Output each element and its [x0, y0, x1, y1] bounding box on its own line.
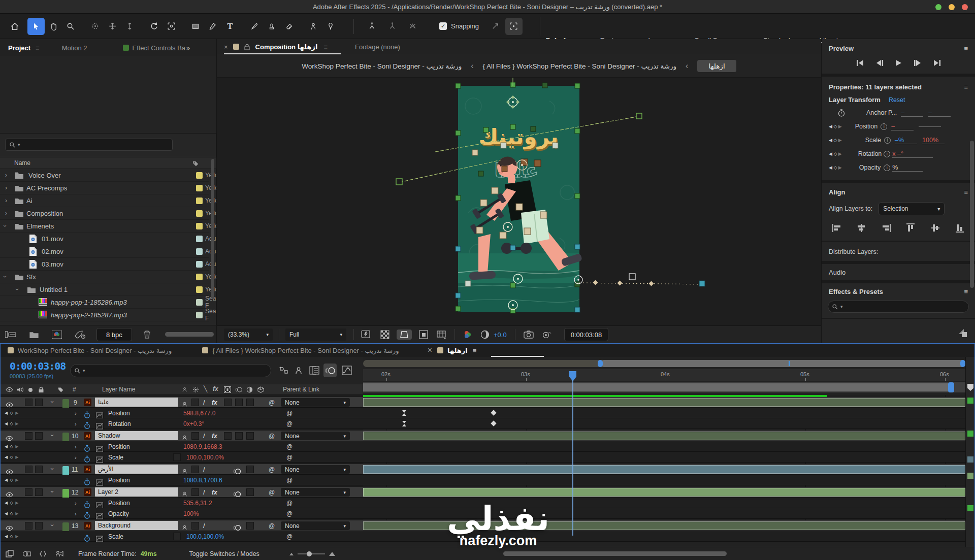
pan-camera-tool[interactable]: [104, 18, 121, 35]
align-center-horizontal-button[interactable]: [854, 222, 868, 234]
layer-duration-bar[interactable]: [363, 488, 965, 497]
breadcrumb-root[interactable]: WorkShop Perfect Bite - Soni Designer - …: [302, 62, 462, 70]
next-frame-button[interactable]: [914, 59, 922, 67]
prop-value[interactable]: –: [891, 123, 914, 130]
prop-expander[interactable]: ›: [75, 418, 77, 429]
search-caret-icon[interactable]: ▾: [83, 368, 85, 373]
parent-pickwhip-icon[interactable]: @: [269, 431, 275, 441]
solo-toggle[interactable]: [25, 522, 32, 530]
prop-value[interactable]: 1080.8,1700.6: [183, 475, 222, 485]
project-scrollbar[interactable]: [211, 159, 214, 299]
exposure-icon[interactable]: [480, 330, 490, 339]
snap-cursor-icon[interactable]: [487, 18, 504, 35]
prop-expander[interactable]: ›: [75, 441, 77, 452]
local-axis-mode[interactable]: [363, 18, 380, 35]
traffic-light-yellow[interactable]: [949, 4, 955, 10]
graph-icon[interactable]: [96, 454, 103, 465]
prop-value[interactable]: –: [901, 109, 923, 117]
layer-row[interactable]: › 13 Ai Background / @ None▾: [1, 520, 974, 531]
pickwhip-icon[interactable]: @: [286, 452, 292, 463]
collapse-switch[interactable]: [191, 399, 199, 406]
layer-name[interactable]: Shadow: [95, 431, 178, 440]
traffic-light-red[interactable]: [962, 4, 968, 10]
constrain-proportions-toggle[interactable]: [173, 453, 181, 461]
property-row[interactable]: ◀ ◇ ▶ Position 1080.8,1700.6 @: [1, 475, 974, 485]
keyframe-diamond[interactable]: [491, 410, 496, 415]
property-row[interactable]: ◀ ◇ ▶ › Scale 100.0,100.0% @: [1, 452, 974, 463]
tab-project[interactable]: Project: [8, 44, 30, 52]
layer-duration-bar[interactable]: [363, 521, 965, 530]
timeline-tab-3[interactable]: ازهلها: [447, 347, 468, 354]
parent-pickwhip-icon[interactable]: @: [269, 487, 275, 498]
selection-tool[interactable]: [27, 18, 45, 35]
align-top-button[interactable]: [903, 222, 918, 234]
tree-item[interactable]: 02.movAqua: [0, 245, 209, 258]
parent-pickwhip-icon[interactable]: @: [269, 520, 275, 531]
new-folder-icon[interactable]: [29, 331, 39, 338]
project-panel-menu-icon[interactable]: ≡: [36, 44, 40, 52]
composition-mini-flowchart-icon[interactable]: [279, 366, 289, 375]
stopwatch-icon[interactable]: [84, 454, 90, 465]
parent-pickwhip-icon[interactable]: @: [269, 464, 275, 475]
tree-item[interactable]: ›Voice OverYello: [0, 169, 209, 182]
stopwatch-icon[interactable]: [84, 420, 90, 431]
pickwhip-icon[interactable]: @: [286, 531, 292, 542]
previous-frame-button[interactable]: [875, 59, 884, 67]
lock-toggle[interactable]: [35, 522, 43, 530]
prop-value[interactable]: 0x+0.3°: [183, 418, 204, 429]
tree-item[interactable]: happy-pop-1-185286.mp3Sea F: [0, 296, 209, 309]
fx-switch[interactable]: fx: [212, 397, 217, 408]
work-area-end-handle[interactable]: [948, 382, 954, 392]
fx-switch[interactable]: fx: [212, 431, 217, 441]
text-tool[interactable]: T: [221, 18, 239, 35]
time-ruler[interactable]: 02s 03s 04s 05s 06s: [363, 369, 965, 381]
zoom-handle-left[interactable]: [598, 360, 603, 367]
magnification-dropdown[interactable]: (33.3%)▾: [224, 328, 273, 341]
stopwatch-icon[interactable]: [84, 533, 90, 544]
collapse-switch[interactable]: [191, 432, 199, 440]
snap-options-icon[interactable]: [505, 18, 523, 35]
first-frame-button[interactable]: [856, 59, 864, 67]
align-left-button[interactable]: [830, 222, 844, 234]
timeline-tab-1[interactable]: WorkShop Perfect Bite - Soni Designer - …: [18, 347, 172, 354]
new-composition-icon[interactable]: [52, 331, 62, 339]
snapping-checkbox[interactable]: ✓: [439, 22, 447, 30]
adjustment-switch[interactable]: [246, 466, 254, 473]
keyframe-nav[interactable]: ◀ ◇ ▶: [5, 452, 18, 463]
tree-item[interactable]: ›CompositionYello: [0, 207, 209, 220]
parent-dropdown[interactable]: None▾: [281, 488, 350, 497]
keyframe-ease[interactable]: [402, 421, 407, 426]
layer-expander[interactable]: ›: [47, 524, 58, 526]
tree-item[interactable]: 03.movAqua: [0, 258, 209, 271]
layer-row[interactable]: › 12 Ai Layer 2 / fx @ None▾: [1, 487, 974, 498]
layer-name[interactable]: علينا: [95, 398, 178, 407]
property-row[interactable]: ◀ ◇ ▶ › Position 1080.9,1668.3 @: [1, 441, 974, 452]
transform-reset-link[interactable]: Reset: [889, 96, 905, 104]
project-search[interactable]: ▾: [5, 139, 173, 151]
property-row[interactable]: ◀ ◇ ▶ › Rotation 0x+0.3° @: [1, 418, 974, 429]
prop-value[interactable]: 535.6,31.2: [183, 498, 212, 508]
collapse-switch[interactable]: [191, 466, 199, 473]
prop-expander[interactable]: ›: [75, 452, 77, 463]
tree-item[interactable]: 01.movAqua: [0, 233, 209, 245]
timeline-tab-close-icon[interactable]: ×: [428, 346, 432, 355]
expand-in-out-icon[interactable]: [39, 550, 47, 558]
current-time-display[interactable]: 0:00:03:08: [10, 360, 66, 372]
comp-viewer[interactable]: بروتينك بروتينك علينا: [217, 78, 821, 325]
expand-layer-switches-icon[interactable]: [6, 550, 14, 558]
align-bottom-button[interactable]: [953, 222, 967, 234]
pickwhip-icon[interactable]: @: [286, 408, 292, 418]
zoom-slider-handle[interactable]: [307, 551, 312, 556]
keyframe-diamond[interactable]: [491, 420, 496, 426]
prop-expander[interactable]: ›: [75, 508, 77, 519]
keyframe-nav[interactable]: ◀ ◇ ▶: [5, 418, 18, 429]
stopwatch-icon[interactable]: [838, 109, 845, 117]
prop-value[interactable]: 100%: [922, 137, 945, 144]
prop-value[interactable]: –%: [895, 137, 917, 144]
unlock-icon[interactable]: [244, 44, 250, 50]
prop-expander[interactable]: ›: [75, 408, 77, 418]
layer-expander[interactable]: ›: [47, 401, 58, 403]
property-row[interactable]: ◀ ◇ ▶ › Opacity 100% @: [1, 508, 974, 519]
color-depth-button[interactable]: 8 bpc: [96, 328, 132, 341]
adjustment-switch[interactable]: [246, 522, 254, 530]
